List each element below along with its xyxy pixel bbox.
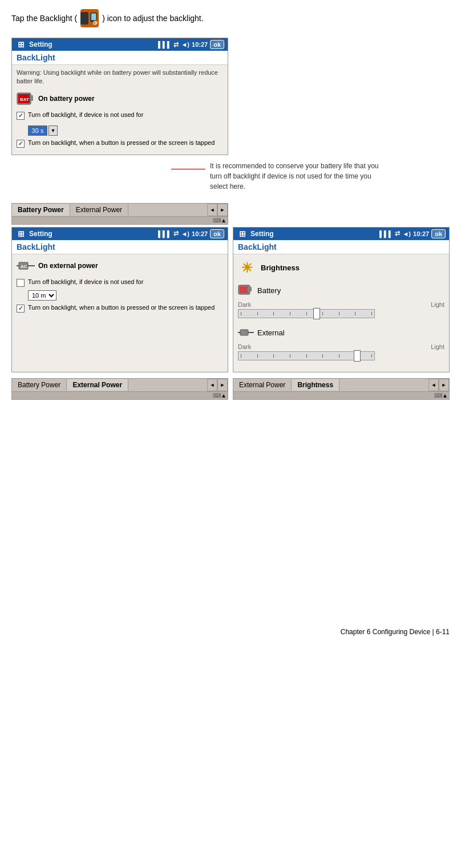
titlebar-1: ⊞ Setting ▌▌▌ ⇄ ◄) 10:27 ok xyxy=(12,38,228,51)
tab-battery-power-2[interactable]: Battery Power xyxy=(12,379,67,391)
sun-icon: ☀ xyxy=(238,259,256,277)
checkbox-row-3: Turn off backlight, if device is not use… xyxy=(17,278,223,287)
tab-scroll-row-1: ⌨ ▲ xyxy=(11,217,228,225)
external-slider-thumb[interactable] xyxy=(354,350,361,362)
checkbox-row-2: Turn on backlight, when a button is pres… xyxy=(17,139,223,148)
ok-button-1[interactable]: ok xyxy=(210,40,224,49)
time-dropdown-1[interactable]: ▼ xyxy=(48,125,58,136)
app-title-3: Setting xyxy=(250,230,274,238)
tab-area-1: Battery Power External Power ◄ ► ⌨ ▲ xyxy=(11,203,450,225)
battery-slider-thumb[interactable] xyxy=(313,308,320,319)
tab-scroll-right-2[interactable]: ► xyxy=(217,379,228,391)
battery-slider-label: Battery xyxy=(257,286,281,295)
bottom-tab-areas: Battery Power External Power ◄ ► ⌨ ▲ Ext… xyxy=(11,378,450,400)
tab-scroll-left-1[interactable]: ◄ xyxy=(207,204,217,216)
titlebar-status: ▌▌▌ ⇄ ◄) 10:27 ok xyxy=(158,40,224,49)
tab-battery-power-1[interactable]: Battery Power xyxy=(12,204,70,216)
battery-slider-labels: Dark Light xyxy=(238,301,444,308)
backlight-heading-1: BackLight xyxy=(12,51,228,65)
tab-external-power-1[interactable]: External Power xyxy=(70,204,128,216)
volume-icon-3: ◄) xyxy=(402,230,411,237)
time-select-2[interactable]: 10 m 30 s 1 m 2 m xyxy=(28,290,56,301)
battery-slider-track[interactable] xyxy=(238,309,375,318)
tick xyxy=(290,354,290,358)
tab-bar-3: External Power Brightness ◄ ► xyxy=(233,378,450,392)
checkbox-1[interactable] xyxy=(17,112,25,120)
tab-scroll-controls-2: ◄ ► xyxy=(207,379,228,391)
windows-logo-3: ⊞ xyxy=(237,229,248,238)
intro-suffix: ) icon to adjust the backlight. xyxy=(102,14,203,23)
tab-bar-1: Battery Power External Power ◄ ► xyxy=(11,203,228,217)
keyboard-icon-2: ⌨ xyxy=(213,392,221,399)
callout-text: It is recommended to conserve your batte… xyxy=(210,161,381,192)
light-label-external: Light xyxy=(431,343,444,350)
time-3: 10:27 xyxy=(413,230,429,237)
callout-container: It is recommended to conserve your batte… xyxy=(11,161,450,192)
tab-scroll-controls-1: ◄ ► xyxy=(207,204,228,216)
screenshot-external-power: ⊞ Setting ▌▌▌ ⇄ ◄) 10:27 ok BackLight xyxy=(11,227,228,372)
time-input-1[interactable]: 30 s xyxy=(28,125,47,136)
keyboard-icon-3: ⌨ xyxy=(434,392,442,399)
checkbox-3[interactable] xyxy=(17,279,25,287)
device-body-1: Warning: Using backlight while on batter… xyxy=(12,65,228,155)
titlebar-status-3: ▌▌▌ ⇄ ◄) 10:27 ok xyxy=(379,229,446,238)
tab-external-power-3[interactable]: External Power xyxy=(233,379,292,391)
tick xyxy=(322,312,323,315)
checkbox-1-label: Turn off backlight, if device is not use… xyxy=(28,111,143,118)
battery-icon: BAT xyxy=(17,91,35,107)
checkbox-row-1: Turn off backlight, if device is not use… xyxy=(17,111,223,120)
ok-button-2[interactable]: ok xyxy=(210,229,224,238)
svg-text:AC: AC xyxy=(21,264,27,269)
tick xyxy=(306,312,307,315)
device-body-3: ☀ Brightness Battery Dark xyxy=(233,254,449,372)
checkbox-4-label: Turn on backlight, when a button is pres… xyxy=(28,304,215,311)
external-section-header: AC On external power xyxy=(17,258,223,274)
tab-brightness-3[interactable]: Brightness xyxy=(292,379,339,391)
tab-scroll-left-3[interactable]: ◄ xyxy=(428,379,439,391)
tab-external-power-2[interactable]: External Power xyxy=(67,379,128,391)
scroll-up-1[interactable]: ▲ xyxy=(221,217,227,224)
light-label-battery: Light xyxy=(431,301,444,308)
tab-area-2: Battery Power External Power ◄ ► ⌨ ▲ xyxy=(11,378,228,400)
signal-icon-2: ▌▌▌ xyxy=(158,230,171,237)
transfer-icon: ⇄ xyxy=(173,41,179,48)
footer-page: 6-11 xyxy=(436,628,450,636)
backlight-heading-2: BackLight xyxy=(12,240,228,254)
svg-rect-14 xyxy=(240,286,248,293)
external-section-label: On external power xyxy=(38,262,98,270)
tick xyxy=(257,312,258,315)
time-selector-2[interactable]: 10 m 30 s 1 m 2 m xyxy=(28,290,223,301)
tab-area-3: External Power Brightness ◄ ► ⌨ ▲ xyxy=(233,378,450,400)
checkbox-4[interactable] xyxy=(17,305,25,313)
battery-slider-ticks xyxy=(238,312,374,315)
battery-section-header: BAT On battery power xyxy=(17,91,223,107)
external-slider-track[interactable] xyxy=(238,351,375,360)
external-slider-labels: Dark Light xyxy=(238,343,444,350)
scroll-up-2[interactable]: ▲ xyxy=(221,392,227,399)
battery-slider-icon-label: Battery xyxy=(238,283,444,299)
tick xyxy=(241,354,241,358)
svg-rect-1 xyxy=(91,14,96,21)
footer: Chapter 6 Configuring Device | 6-11 xyxy=(11,628,450,636)
tick xyxy=(290,312,290,315)
scroll-up-3[interactable]: ▲ xyxy=(442,392,448,399)
checkbox-3-label: Turn off backlight, if device is not use… xyxy=(28,278,143,285)
tick xyxy=(257,354,258,358)
time-selector-1[interactable]: 30 s ▼ xyxy=(28,125,58,136)
external-slider-icon-label: External xyxy=(238,325,444,341)
ok-button-3[interactable]: ok xyxy=(431,229,446,238)
checkbox-2[interactable] xyxy=(17,140,25,148)
battery-section-label: On battery power xyxy=(38,95,95,103)
tick xyxy=(339,354,339,358)
backlight-heading-3: BackLight xyxy=(233,240,449,254)
transfer-icon-2: ⇄ xyxy=(173,230,179,237)
tab-scroll-row-2: ⌨ ▲ xyxy=(11,392,228,400)
tab-scroll-left-2[interactable]: ◄ xyxy=(207,379,217,391)
tick xyxy=(273,354,274,358)
svg-rect-13 xyxy=(250,287,252,291)
warning-text: Warning: Using backlight while on batter… xyxy=(17,68,223,86)
tab-scroll-right-3[interactable]: ► xyxy=(439,379,449,391)
tab-scroll-right-1[interactable]: ► xyxy=(217,204,228,216)
intro-prefix: Tap the Backlight ( xyxy=(11,14,77,23)
screenshot-brightness: ⊞ Setting ▌▌▌ ⇄ ◄) 10:27 ok BackLight ☀ … xyxy=(233,227,450,372)
